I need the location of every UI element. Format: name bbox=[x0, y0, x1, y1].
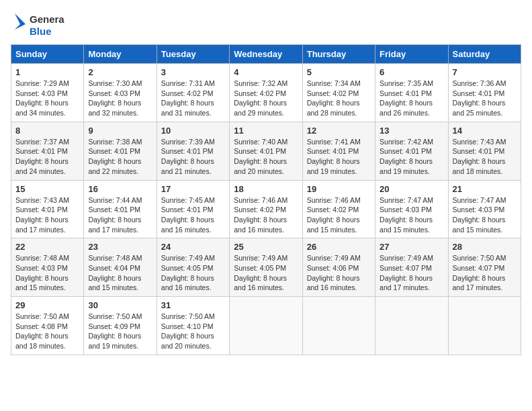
weekday-header-thursday: Thursday bbox=[302, 45, 375, 64]
calendar-day-27: 27Sunrise: 7:49 AM Sunset: 4:07 PM Dayli… bbox=[375, 238, 448, 297]
calendar-day-15: 15Sunrise: 7:43 AM Sunset: 4:01 PM Dayli… bbox=[11, 180, 84, 238]
logo: GeneralBlue bbox=[11, 11, 64, 39]
day-info: Sunrise: 7:46 AM Sunset: 4:02 PM Dayligh… bbox=[234, 195, 298, 235]
calendar-day-13: 13Sunrise: 7:42 AM Sunset: 4:01 PM Dayli… bbox=[375, 122, 448, 180]
day-info: Sunrise: 7:49 AM Sunset: 4:05 PM Dayligh… bbox=[234, 253, 298, 293]
day-info: Sunrise: 7:29 AM Sunset: 4:03 PM Dayligh… bbox=[15, 79, 79, 118]
calendar-day-30: 30Sunrise: 7:50 AM Sunset: 4:09 PM Dayli… bbox=[84, 297, 157, 355]
weekday-header-friday: Friday bbox=[375, 45, 448, 64]
day-info: Sunrise: 7:37 AM Sunset: 4:01 PM Dayligh… bbox=[15, 137, 79, 177]
day-number: 10 bbox=[161, 126, 225, 136]
calendar-table: SundayMondayTuesdayWednesdayThursdayFrid… bbox=[11, 44, 521, 355]
calendar-day-24: 24Sunrise: 7:49 AM Sunset: 4:05 PM Dayli… bbox=[157, 238, 229, 297]
calendar-day-11: 11Sunrise: 7:40 AM Sunset: 4:01 PM Dayli… bbox=[230, 122, 302, 180]
empty-day-cell bbox=[375, 297, 448, 355]
weekday-header-wednesday: Wednesday bbox=[230, 45, 302, 64]
day-number: 21 bbox=[453, 184, 517, 194]
svg-text:General: General bbox=[30, 13, 64, 25]
day-number: 1 bbox=[15, 67, 79, 77]
calendar-day-10: 10Sunrise: 7:39 AM Sunset: 4:01 PM Dayli… bbox=[157, 122, 229, 180]
calendar-week-row: 8Sunrise: 7:37 AM Sunset: 4:01 PM Daylig… bbox=[11, 122, 521, 180]
day-info: Sunrise: 7:50 AM Sunset: 4:10 PM Dayligh… bbox=[161, 312, 225, 351]
calendar-day-8: 8Sunrise: 7:37 AM Sunset: 4:01 PM Daylig… bbox=[11, 122, 84, 180]
svg-marker-0 bbox=[15, 13, 26, 30]
day-info: Sunrise: 7:46 AM Sunset: 4:02 PM Dayligh… bbox=[307, 195, 371, 235]
calendar-day-28: 28Sunrise: 7:50 AM Sunset: 4:07 PM Dayli… bbox=[448, 238, 521, 297]
calendar-week-row: 15Sunrise: 7:43 AM Sunset: 4:01 PM Dayli… bbox=[11, 180, 521, 238]
day-info: Sunrise: 7:39 AM Sunset: 4:01 PM Dayligh… bbox=[161, 137, 225, 177]
day-number: 8 bbox=[15, 126, 79, 136]
calendar-day-3: 3Sunrise: 7:31 AM Sunset: 4:02 PM Daylig… bbox=[157, 64, 229, 122]
calendar-day-4: 4Sunrise: 7:32 AM Sunset: 4:02 PM Daylig… bbox=[230, 64, 302, 122]
day-info: Sunrise: 7:48 AM Sunset: 4:03 PM Dayligh… bbox=[15, 253, 79, 293]
day-info: Sunrise: 7:34 AM Sunset: 4:02 PM Dayligh… bbox=[307, 79, 371, 118]
day-number: 20 bbox=[380, 184, 443, 194]
calendar-day-29: 29Sunrise: 7:50 AM Sunset: 4:08 PM Dayli… bbox=[11, 297, 84, 355]
calendar-day-21: 21Sunrise: 7:47 AM Sunset: 4:03 PM Dayli… bbox=[448, 180, 521, 238]
day-number: 24 bbox=[161, 242, 225, 252]
calendar-day-26: 26Sunrise: 7:49 AM Sunset: 4:06 PM Dayli… bbox=[302, 238, 375, 297]
day-info: Sunrise: 7:43 AM Sunset: 4:01 PM Dayligh… bbox=[453, 137, 517, 177]
day-number: 25 bbox=[234, 242, 298, 252]
day-info: Sunrise: 7:50 AM Sunset: 4:09 PM Dayligh… bbox=[88, 312, 152, 351]
day-number: 30 bbox=[88, 300, 152, 310]
day-number: 4 bbox=[234, 67, 298, 77]
day-number: 2 bbox=[88, 67, 152, 77]
day-info: Sunrise: 7:49 AM Sunset: 4:05 PM Dayligh… bbox=[161, 253, 225, 293]
day-info: Sunrise: 7:45 AM Sunset: 4:01 PM Dayligh… bbox=[161, 195, 225, 235]
svg-text:Blue: Blue bbox=[30, 26, 52, 37]
day-number: 28 bbox=[453, 242, 517, 252]
calendar-day-14: 14Sunrise: 7:43 AM Sunset: 4:01 PM Dayli… bbox=[448, 122, 521, 180]
day-info: Sunrise: 7:48 AM Sunset: 4:04 PM Dayligh… bbox=[88, 253, 152, 293]
day-info: Sunrise: 7:35 AM Sunset: 4:01 PM Dayligh… bbox=[380, 79, 443, 118]
calendar-day-12: 12Sunrise: 7:41 AM Sunset: 4:01 PM Dayli… bbox=[302, 122, 375, 180]
day-info: Sunrise: 7:43 AM Sunset: 4:01 PM Dayligh… bbox=[15, 195, 79, 235]
day-info: Sunrise: 7:49 AM Sunset: 4:06 PM Dayligh… bbox=[307, 253, 371, 293]
empty-day-cell bbox=[230, 297, 302, 355]
day-number: 5 bbox=[307, 67, 371, 77]
calendar-week-row: 29Sunrise: 7:50 AM Sunset: 4:08 PM Dayli… bbox=[11, 297, 521, 355]
calendar-day-9: 9Sunrise: 7:38 AM Sunset: 4:01 PM Daylig… bbox=[84, 122, 157, 180]
calendar-week-row: 1Sunrise: 7:29 AM Sunset: 4:03 PM Daylig… bbox=[11, 64, 521, 122]
weekday-header-monday: Monday bbox=[84, 45, 157, 64]
day-number: 15 bbox=[15, 184, 79, 194]
day-number: 14 bbox=[453, 126, 517, 136]
day-number: 23 bbox=[88, 242, 152, 252]
day-number: 3 bbox=[161, 67, 225, 77]
day-number: 6 bbox=[380, 67, 443, 77]
day-info: Sunrise: 7:42 AM Sunset: 4:01 PM Dayligh… bbox=[380, 137, 443, 177]
day-number: 16 bbox=[88, 184, 152, 194]
calendar-day-6: 6Sunrise: 7:35 AM Sunset: 4:01 PM Daylig… bbox=[375, 64, 448, 122]
day-number: 22 bbox=[15, 242, 79, 252]
calendar-day-20: 20Sunrise: 7:47 AM Sunset: 4:03 PM Dayli… bbox=[375, 180, 448, 238]
day-info: Sunrise: 7:38 AM Sunset: 4:01 PM Dayligh… bbox=[88, 137, 152, 177]
calendar-day-7: 7Sunrise: 7:36 AM Sunset: 4:01 PM Daylig… bbox=[448, 64, 521, 122]
empty-day-cell bbox=[448, 297, 521, 355]
day-info: Sunrise: 7:50 AM Sunset: 4:07 PM Dayligh… bbox=[453, 253, 517, 293]
day-number: 31 bbox=[161, 300, 225, 310]
day-info: Sunrise: 7:30 AM Sunset: 4:03 PM Dayligh… bbox=[88, 79, 152, 118]
calendar-day-5: 5Sunrise: 7:34 AM Sunset: 4:02 PM Daylig… bbox=[302, 64, 375, 122]
day-info: Sunrise: 7:36 AM Sunset: 4:01 PM Dayligh… bbox=[453, 79, 517, 118]
day-info: Sunrise: 7:47 AM Sunset: 4:03 PM Dayligh… bbox=[453, 195, 517, 235]
day-number: 18 bbox=[234, 184, 298, 194]
weekday-header-saturday: Saturday bbox=[448, 45, 521, 64]
calendar-day-19: 19Sunrise: 7:46 AM Sunset: 4:02 PM Dayli… bbox=[302, 180, 375, 238]
empty-day-cell bbox=[302, 297, 375, 355]
logo-icon: GeneralBlue bbox=[11, 11, 64, 39]
day-number: 11 bbox=[234, 126, 298, 136]
day-number: 26 bbox=[307, 242, 371, 252]
day-info: Sunrise: 7:32 AM Sunset: 4:02 PM Dayligh… bbox=[234, 79, 298, 118]
day-info: Sunrise: 7:41 AM Sunset: 4:01 PM Dayligh… bbox=[307, 137, 371, 177]
calendar-day-16: 16Sunrise: 7:44 AM Sunset: 4:01 PM Dayli… bbox=[84, 180, 157, 238]
day-number: 19 bbox=[307, 184, 371, 194]
weekday-header-tuesday: Tuesday bbox=[157, 45, 229, 64]
calendar-day-22: 22Sunrise: 7:48 AM Sunset: 4:03 PM Dayli… bbox=[11, 238, 84, 297]
day-number: 7 bbox=[453, 67, 517, 77]
day-number: 13 bbox=[380, 126, 443, 136]
day-info: Sunrise: 7:50 AM Sunset: 4:08 PM Dayligh… bbox=[15, 312, 79, 351]
calendar-day-23: 23Sunrise: 7:48 AM Sunset: 4:04 PM Dayli… bbox=[84, 238, 157, 297]
calendar-day-1: 1Sunrise: 7:29 AM Sunset: 4:03 PM Daylig… bbox=[11, 64, 84, 122]
day-number: 29 bbox=[15, 300, 79, 310]
days-of-week-row: SundayMondayTuesdayWednesdayThursdayFrid… bbox=[11, 45, 521, 64]
